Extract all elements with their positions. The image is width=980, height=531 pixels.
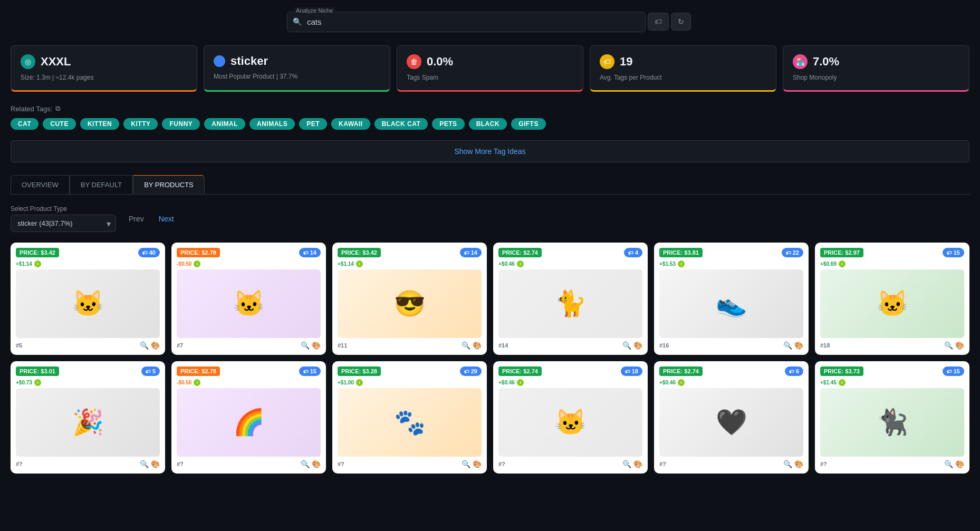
tabs-row: OVERVIEW BY DEFAULT BY PRODUCTS	[11, 175, 969, 195]
product-emoji: 😎	[394, 289, 426, 318]
product-image-area[interactable]: 🐾	[338, 388, 482, 457]
refresh-button[interactable]: ↻	[671, 13, 691, 31]
search-action-icon[interactable]: 🔍	[462, 341, 470, 350]
product-image-area[interactable]: 🌈	[177, 388, 321, 457]
product-emoji: 🐱	[877, 289, 908, 318]
palette-action-icon[interactable]: 🎨	[794, 460, 803, 468]
tag-pill[interactable]: BLACK	[469, 118, 507, 130]
card-badge-top: PRICE: $2.78 🏷 14	[177, 248, 321, 257]
price-change-value: +$0.73	[16, 380, 32, 385]
tag-icon: 🏷	[786, 250, 791, 256]
card-actions: 🔍 🎨	[622, 341, 642, 350]
stat-title-monopoly: 7.0%	[813, 55, 839, 69]
palette-action-icon[interactable]: 🎨	[633, 341, 642, 350]
tag-pill[interactable]: CAT	[11, 118, 39, 130]
price-change-row: +$0.46 i	[498, 260, 642, 267]
prev-button[interactable]: Prev	[127, 210, 146, 227]
palette-action-icon[interactable]: 🎨	[312, 341, 321, 350]
tag-icon: 🏷	[947, 250, 952, 256]
price-badge: PRICE: $2.78	[177, 248, 220, 257]
product-card: PRICE: $2.74 🏷 6 +$0.46 i 🖤 #? 🔍 🎨	[654, 361, 809, 474]
card-actions: 🔍 🎨	[944, 460, 964, 468]
palette-action-icon[interactable]: 🎨	[955, 341, 964, 350]
tag-pill[interactable]: KITTY	[123, 118, 158, 130]
product-select[interactable]: sticker (43|37.7%) t-shirt mug poster	[11, 215, 116, 232]
tag-button[interactable]: 🏷	[648, 13, 669, 31]
next-button[interactable]: Next	[157, 210, 176, 227]
tab-overview[interactable]: OVERVIEW	[11, 175, 70, 194]
card-badge-top: PRICE: $3.28 🏷 29	[338, 366, 482, 376]
card-badge-top: PRICE: $3.01 🏷 5	[16, 366, 160, 376]
product-image-area[interactable]: 🐱	[16, 269, 160, 338]
palette-action-icon[interactable]: 🎨	[312, 460, 321, 468]
price-badge: PRICE: $2.97	[820, 248, 863, 257]
palette-action-icon[interactable]: 🎨	[955, 460, 964, 468]
tab-by-default[interactable]: BY DEFAULT	[70, 175, 133, 194]
stat-subtitle-popular: Most Popular Product | 37.7%	[214, 73, 297, 80]
palette-action-icon[interactable]: 🎨	[633, 460, 642, 468]
product-image-area[interactable]: 🖤	[659, 388, 803, 457]
tag-pill[interactable]: PETS	[432, 118, 464, 130]
info-icon: i	[34, 379, 41, 386]
info-icon: i	[678, 379, 685, 386]
tag-icon: 🏷	[303, 369, 309, 374]
price-change-value: -$0.50	[177, 261, 191, 267]
product-image-area[interactable]: 😎	[338, 269, 482, 338]
product-image-area[interactable]: 🐈	[498, 269, 642, 338]
search-action-icon[interactable]: 🔍	[783, 341, 792, 350]
search-action-icon[interactable]: 🔍	[140, 460, 149, 468]
info-icon: i	[356, 379, 363, 386]
search-action-icon[interactable]: 🔍	[301, 460, 310, 468]
tag-pill[interactable]: PET	[299, 118, 327, 130]
product-image-area[interactable]: 🐈‍⬛	[820, 388, 964, 457]
palette-action-icon[interactable]: 🎨	[151, 460, 160, 468]
card-badge-top: PRICE: $2.78 🏷 15	[177, 366, 321, 376]
copy-icon[interactable]: ⧉	[55, 104, 60, 113]
tag-pill[interactable]: KITTEN	[80, 118, 119, 130]
card-footer: #7 🔍 🎨	[177, 341, 321, 350]
tag-pill[interactable]: ANIMALS	[249, 118, 295, 130]
product-image-area[interactable]: 👟	[659, 269, 803, 338]
tab-by-products[interactable]: BY PRODUCTS	[133, 175, 205, 194]
search-action-icon[interactable]: 🔍	[944, 341, 953, 350]
product-image-area[interactable]: 🐱	[820, 269, 964, 338]
product-image-area[interactable]: 🐱	[498, 388, 642, 457]
price-change-row: +$1.14 i	[16, 260, 160, 267]
product-rank: #?	[820, 461, 827, 467]
show-more-button[interactable]: Show More Tag Ideas	[11, 140, 969, 162]
palette-action-icon[interactable]: 🎨	[473, 460, 482, 468]
search-action-icon[interactable]: 🔍	[622, 460, 631, 468]
search-action-icon[interactable]: 🔍	[944, 460, 953, 468]
search-action-icon[interactable]: 🔍	[462, 460, 470, 468]
palette-action-icon[interactable]: 🎨	[794, 341, 803, 350]
search-input[interactable]	[307, 12, 645, 32]
card-actions: 🔍 🎨	[783, 460, 803, 468]
search-action-icon[interactable]: 🔍	[783, 460, 792, 468]
product-card: PRICE: $2.78 🏷 14 -$0.50 i 🐱 #7 🔍 🎨	[171, 243, 326, 355]
product-image-area[interactable]: 🐱	[177, 269, 321, 338]
popular-icon	[214, 55, 225, 67]
tag-pill[interactable]: ANIMAL	[204, 118, 245, 130]
palette-action-icon[interactable]: 🎨	[151, 341, 160, 350]
card-actions: 🔍 🎨	[783, 341, 803, 350]
search-action-icon[interactable]: 🔍	[622, 341, 631, 350]
tag-pill[interactable]: BLACK CAT	[374, 118, 428, 130]
card-badge-top: PRICE: $3.73 🏷 15	[820, 366, 964, 376]
search-action-icon[interactable]: 🔍	[301, 341, 310, 350]
search-action-icon[interactable]: 🔍	[140, 341, 149, 350]
tag-pill[interactable]: FUNNY	[162, 118, 200, 130]
card-footer: #? 🔍 🎨	[659, 460, 803, 468]
tag-icon: 🏷	[947, 369, 952, 374]
palette-action-icon[interactable]: 🎨	[473, 341, 482, 350]
tag-icon: 🏷	[303, 250, 309, 256]
tag-pill[interactable]: CUTE	[43, 118, 76, 130]
info-icon: i	[517, 379, 524, 386]
tag-pill[interactable]: GIFTS	[511, 118, 546, 130]
tag-pill[interactable]: KAWAII	[331, 118, 370, 130]
product-image-area[interactable]: 🎉	[16, 388, 160, 457]
tag-count-badge: 🏷 15	[299, 366, 321, 376]
price-badge: PRICE: $2.74	[659, 366, 703, 376]
info-icon: i	[194, 379, 200, 386]
product-emoji: 🐈	[555, 289, 587, 318]
stat-card-popular: sticker Most Popular Product | 37.7%	[204, 45, 390, 92]
